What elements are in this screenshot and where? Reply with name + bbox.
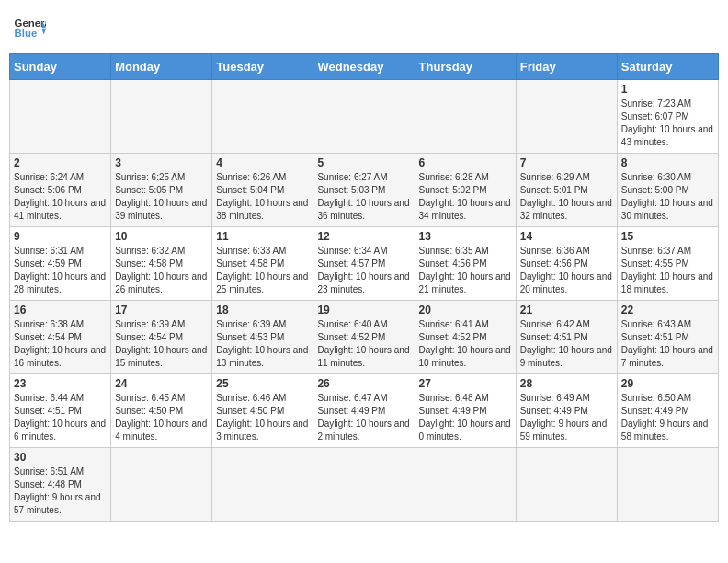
day-header-friday: Friday <box>516 54 617 80</box>
calendar-cell: 25Sunrise: 6:46 AMSunset: 4:50 PMDayligh… <box>212 374 313 448</box>
calendar-cell: 10Sunrise: 6:32 AMSunset: 4:58 PMDayligh… <box>111 227 212 301</box>
day-info: Sunrise: 6:24 AMSunset: 5:06 PMDaylight:… <box>14 171 107 223</box>
calendar-week-5: 23Sunrise: 6:44 AMSunset: 4:51 PMDayligh… <box>10 374 719 448</box>
day-number: 23 <box>14 377 107 390</box>
calendar-cell <box>111 80 212 154</box>
calendar-cell <box>10 80 111 154</box>
day-number: 21 <box>520 304 613 316</box>
day-number: 9 <box>14 230 107 243</box>
day-number: 4 <box>216 156 309 169</box>
day-number: 7 <box>520 156 613 169</box>
svg-text:General: General <box>15 17 46 29</box>
day-header-wednesday: Wednesday <box>313 54 415 80</box>
day-info: Sunrise: 6:28 AMSunset: 5:02 PMDaylight:… <box>419 171 512 223</box>
day-info: Sunrise: 6:42 AMSunset: 4:51 PMDaylight:… <box>520 318 613 370</box>
calendar-cell <box>617 448 718 522</box>
day-number: 28 <box>520 377 613 390</box>
day-header-tuesday: Tuesday <box>212 54 313 80</box>
logo-icon: General Blue <box>13 15 46 42</box>
calendar-week-4: 16Sunrise: 6:38 AMSunset: 4:54 PMDayligh… <box>10 301 719 374</box>
day-number: 15 <box>621 230 714 243</box>
logo: General Blue <box>13 15 46 42</box>
day-number: 18 <box>216 304 309 316</box>
day-info: Sunrise: 6:43 AMSunset: 4:51 PMDaylight:… <box>621 318 714 370</box>
day-number: 5 <box>317 156 410 169</box>
calendar-week-1: 1Sunrise: 7:23 AMSunset: 6:07 PMDaylight… <box>10 80 719 154</box>
day-info: Sunrise: 6:33 AMSunset: 4:58 PMDaylight:… <box>216 245 309 296</box>
calendar-cell: 7Sunrise: 6:29 AMSunset: 5:01 PMDaylight… <box>516 154 617 227</box>
day-info: Sunrise: 6:39 AMSunset: 4:53 PMDaylight:… <box>216 318 309 370</box>
calendar-cell: 26Sunrise: 6:47 AMSunset: 4:49 PMDayligh… <box>313 374 415 448</box>
calendar-cell: 29Sunrise: 6:50 AMSunset: 4:49 PMDayligh… <box>617 374 718 448</box>
calendar-cell: 9Sunrise: 6:31 AMSunset: 4:59 PMDaylight… <box>10 227 111 301</box>
calendar-cell: 12Sunrise: 6:34 AMSunset: 4:57 PMDayligh… <box>313 227 415 301</box>
calendar-cell <box>415 80 516 154</box>
day-info: Sunrise: 6:38 AMSunset: 4:54 PMDaylight:… <box>14 318 107 370</box>
day-number: 11 <box>216 230 309 243</box>
day-info: Sunrise: 6:34 AMSunset: 4:57 PMDaylight:… <box>317 245 410 296</box>
calendar-cell: 11Sunrise: 6:33 AMSunset: 4:58 PMDayligh… <box>212 227 313 301</box>
day-number: 26 <box>317 377 410 390</box>
calendar-cell: 13Sunrise: 6:35 AMSunset: 4:56 PMDayligh… <box>415 227 516 301</box>
day-info: Sunrise: 6:39 AMSunset: 4:54 PMDaylight:… <box>115 318 208 370</box>
calendar-cell: 14Sunrise: 6:36 AMSunset: 4:56 PMDayligh… <box>516 227 617 301</box>
day-number: 10 <box>115 230 208 243</box>
day-info: Sunrise: 6:35 AMSunset: 4:56 PMDaylight:… <box>419 245 512 296</box>
day-info: Sunrise: 6:49 AMSunset: 4:49 PMDaylight:… <box>520 392 613 443</box>
calendar-cell: 16Sunrise: 6:38 AMSunset: 4:54 PMDayligh… <box>10 301 111 374</box>
calendar-cell: 19Sunrise: 6:40 AMSunset: 4:52 PMDayligh… <box>313 301 415 374</box>
day-info: Sunrise: 7:23 AMSunset: 6:07 PMDaylight:… <box>621 98 714 149</box>
calendar-cell: 3Sunrise: 6:25 AMSunset: 5:05 PMDaylight… <box>111 154 212 227</box>
calendar-cell: 4Sunrise: 6:26 AMSunset: 5:04 PMDaylight… <box>212 154 313 227</box>
day-info: Sunrise: 6:26 AMSunset: 5:04 PMDaylight:… <box>216 171 309 223</box>
day-number: 13 <box>419 230 512 243</box>
calendar-cell: 18Sunrise: 6:39 AMSunset: 4:53 PMDayligh… <box>212 301 313 374</box>
calendar-cell: 2Sunrise: 6:24 AMSunset: 5:06 PMDaylight… <box>10 154 111 227</box>
day-number: 29 <box>621 377 714 390</box>
calendar-week-6: 30Sunrise: 6:51 AMSunset: 4:48 PMDayligh… <box>10 448 719 522</box>
svg-text:Blue: Blue <box>15 28 38 39</box>
day-number: 2 <box>14 156 107 169</box>
day-header-thursday: Thursday <box>415 54 516 80</box>
day-number: 19 <box>317 304 410 316</box>
calendar-week-3: 9Sunrise: 6:31 AMSunset: 4:59 PMDaylight… <box>10 227 719 301</box>
calendar-cell: 1Sunrise: 7:23 AMSunset: 6:07 PMDaylight… <box>617 80 718 154</box>
calendar-cell: 8Sunrise: 6:30 AMSunset: 5:00 PMDaylight… <box>617 154 718 227</box>
day-number: 8 <box>621 156 714 169</box>
calendar-cell: 23Sunrise: 6:44 AMSunset: 4:51 PMDayligh… <box>10 374 111 448</box>
calendar-cell <box>212 448 313 522</box>
day-number: 14 <box>520 230 613 243</box>
day-number: 6 <box>419 156 512 169</box>
calendar-cell <box>313 448 415 522</box>
day-info: Sunrise: 6:29 AMSunset: 5:01 PMDaylight:… <box>520 171 613 223</box>
day-info: Sunrise: 6:37 AMSunset: 4:55 PMDaylight:… <box>621 245 714 296</box>
day-number: 20 <box>419 304 512 316</box>
calendar-cell: 22Sunrise: 6:43 AMSunset: 4:51 PMDayligh… <box>617 301 718 374</box>
day-number: 16 <box>14 304 107 316</box>
day-header-monday: Monday <box>111 54 212 80</box>
day-header-sunday: Sunday <box>10 54 111 80</box>
calendar-cell: 27Sunrise: 6:48 AMSunset: 4:49 PMDayligh… <box>415 374 516 448</box>
day-info: Sunrise: 6:25 AMSunset: 5:05 PMDaylight:… <box>115 171 208 223</box>
day-info: Sunrise: 6:47 AMSunset: 4:49 PMDaylight:… <box>317 392 410 443</box>
day-header-saturday: Saturday <box>617 54 718 80</box>
day-info: Sunrise: 6:32 AMSunset: 4:58 PMDaylight:… <box>115 245 208 296</box>
calendar-cell: 28Sunrise: 6:49 AMSunset: 4:49 PMDayligh… <box>516 374 617 448</box>
calendar-cell: 20Sunrise: 6:41 AMSunset: 4:52 PMDayligh… <box>415 301 516 374</box>
calendar-cell: 15Sunrise: 6:37 AMSunset: 4:55 PMDayligh… <box>617 227 718 301</box>
day-number: 12 <box>317 230 410 243</box>
calendar-cell: 5Sunrise: 6:27 AMSunset: 5:03 PMDaylight… <box>313 154 415 227</box>
calendar-cell: 17Sunrise: 6:39 AMSunset: 4:54 PMDayligh… <box>111 301 212 374</box>
day-info: Sunrise: 6:40 AMSunset: 4:52 PMDaylight:… <box>317 318 410 370</box>
calendar-cell <box>415 448 516 522</box>
calendar-cell: 24Sunrise: 6:45 AMSunset: 4:50 PMDayligh… <box>111 374 212 448</box>
day-info: Sunrise: 6:45 AMSunset: 4:50 PMDaylight:… <box>115 392 208 443</box>
day-number: 17 <box>115 304 208 316</box>
day-info: Sunrise: 6:30 AMSunset: 5:00 PMDaylight:… <box>621 171 714 223</box>
calendar-cell <box>313 80 415 154</box>
calendar-cell <box>111 448 212 522</box>
day-info: Sunrise: 6:50 AMSunset: 4:49 PMDaylight:… <box>621 392 714 443</box>
day-number: 22 <box>621 304 714 316</box>
day-info: Sunrise: 6:48 AMSunset: 4:49 PMDaylight:… <box>419 392 512 443</box>
calendar-cell <box>516 80 617 154</box>
